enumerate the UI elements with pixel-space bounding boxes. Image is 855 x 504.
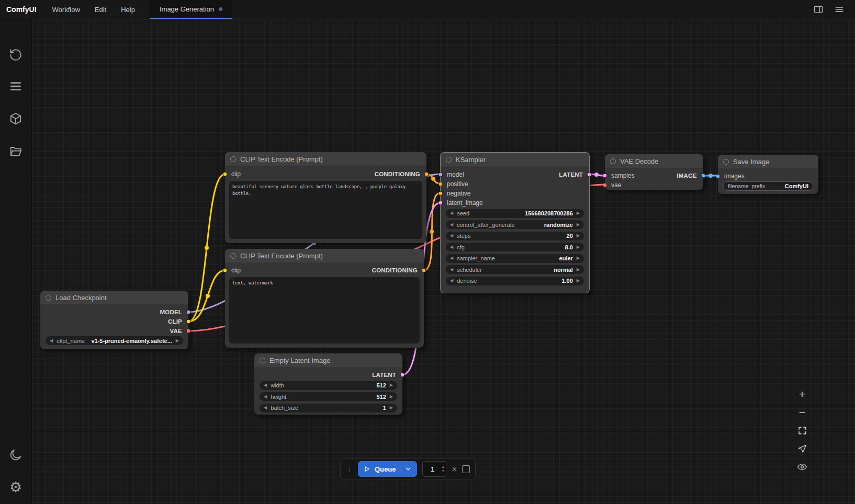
decrement-icon[interactable]: ◀ [264, 406, 267, 410]
input-port-positive[interactable] [438, 182, 443, 187]
decrement-icon[interactable]: ◀ [450, 279, 453, 283]
prompt-textarea[interactable]: beautiful scenery nature glass bottle la… [229, 181, 422, 239]
decrement-icon[interactable]: ◀ [450, 234, 453, 238]
stop-icon[interactable] [462, 465, 470, 473]
node-header[interactable]: Save Image [718, 155, 818, 168]
widget-batch-size[interactable]: ◀ batch_size 1 ▶ [260, 404, 397, 413]
stepper-down-icon[interactable]: ▾ [442, 469, 444, 473]
output-port-model[interactable] [186, 310, 191, 315]
collapse-dot-icon[interactable] [260, 358, 265, 363]
queue-button[interactable]: Queue [358, 461, 417, 477]
decrement-icon[interactable]: ◀ [264, 395, 267, 399]
collapse-dot-icon[interactable] [230, 253, 236, 259]
increment-icon[interactable]: ▶ [390, 395, 393, 399]
panel-toggle-icon[interactable] [813, 4, 824, 15]
decrement-icon[interactable]: ◀ [450, 211, 453, 215]
node-header[interactable]: CLIP Text Encode (Prompt) [225, 152, 426, 166]
clear-queue-icon[interactable]: × [452, 465, 457, 474]
collapse-dot-icon[interactable] [610, 158, 616, 164]
collapse-dot-icon[interactable] [723, 159, 729, 165]
widget-width[interactable]: ◀ width 512 ▶ [260, 381, 397, 390]
node-ksampler[interactable]: KSampler model LATENT positive negative … [440, 152, 590, 293]
menu-edit[interactable]: Edit [87, 0, 114, 19]
input-port-negative[interactable] [438, 191, 443, 196]
widget-seed[interactable]: ◀ seed 156680208700286 ▶ [446, 209, 584, 218]
increment-icon[interactable]: ▶ [577, 279, 580, 283]
widget-ckpt-name[interactable]: ◀ ckpt_name v1-5-pruned-emaonly.safete..… [46, 336, 183, 345]
widget-scheduler[interactable]: ◀ scheduler normal ▶ [446, 265, 584, 274]
widget-cfg[interactable]: ◀ cfg 8.0 ▶ [446, 243, 584, 251]
input-port-images[interactable] [716, 174, 721, 179]
zoom-in-icon[interactable]: + [796, 388, 808, 399]
increment-icon[interactable]: ▶ [577, 268, 580, 272]
history-icon[interactable] [9, 48, 22, 62]
output-port-image[interactable] [701, 174, 706, 178]
hamburger-menu-icon[interactable] [834, 4, 845, 15]
increment-icon[interactable]: ▶ [577, 223, 580, 227]
collapse-dot-icon[interactable] [230, 156, 236, 162]
output-port-vae[interactable] [186, 329, 191, 334]
menu-help[interactable]: Help [114, 0, 142, 19]
node-clip-text-encode-negative[interactable]: CLIP Text Encode (Prompt) clip CONDITION… [225, 249, 424, 348]
decrement-icon[interactable]: ◀ [450, 268, 453, 272]
node-header[interactable]: KSampler [441, 153, 589, 166]
fit-view-icon[interactable] [796, 425, 808, 436]
input-port-latent-image[interactable] [438, 201, 443, 205]
widget-control-after-generate[interactable]: ◀ control_after_generate randomize ▶ [446, 220, 584, 229]
batch-count-stepper[interactable]: 1 ▴ ▾ [422, 461, 446, 477]
decrement-icon[interactable]: ◀ [450, 223, 453, 227]
collapse-dot-icon[interactable] [46, 295, 51, 301]
prompt-textarea[interactable]: text, watermark [229, 277, 420, 343]
decrement-icon[interactable]: ◀ [264, 383, 267, 387]
queue-icon[interactable] [9, 79, 22, 93]
drag-handle-icon[interactable]: ⋮ [346, 466, 353, 473]
node-header[interactable]: Empty Latent Image [254, 353, 402, 367]
model-library-icon[interactable] [9, 112, 22, 125]
input-port-clip[interactable] [223, 268, 228, 273]
increment-icon[interactable]: ▶ [577, 234, 580, 238]
select-mode-icon[interactable] [796, 443, 808, 454]
widget-height[interactable]: ◀ height 512 ▶ [260, 392, 397, 401]
workflows-icon[interactable] [9, 144, 22, 158]
zoom-out-icon[interactable]: − [796, 406, 808, 418]
node-empty-latent-image[interactable]: Empty Latent Image LATENT ◀ width 512 ▶ … [254, 353, 402, 415]
node-header[interactable]: VAE Decode [605, 154, 703, 168]
node-load-checkpoint[interactable]: Load Checkpoint MODEL CLIP VAE ◀ ckpt_na… [40, 291, 188, 349]
increment-icon[interactable]: ▶ [176, 339, 179, 343]
theme-icon[interactable] [9, 448, 22, 462]
output-port-conditioning[interactable] [422, 268, 426, 273]
output-port-latent[interactable] [400, 373, 405, 377]
widget-label: steps [457, 233, 470, 239]
decrement-icon[interactable]: ◀ [50, 339, 53, 343]
input-port-vae[interactable] [603, 183, 608, 188]
node-clip-text-encode-positive[interactable]: CLIP Text Encode (Prompt) clip CONDITION… [225, 152, 426, 243]
menu-workflow[interactable]: Workflow [45, 0, 87, 19]
increment-icon[interactable]: ▶ [577, 245, 580, 249]
node-save-image[interactable]: Save Image images filename_prefix ComfyU… [718, 155, 818, 194]
increment-icon[interactable]: ▶ [390, 383, 393, 387]
input-port-samples[interactable] [603, 174, 608, 178]
chevron-down-icon[interactable] [404, 465, 412, 473]
output-port-clip[interactable] [186, 319, 191, 324]
decrement-icon[interactable]: ◀ [450, 256, 453, 260]
tab-image-generation[interactable]: Image Generation [150, 0, 232, 19]
toggle-visibility-icon[interactable] [796, 461, 808, 473]
increment-icon[interactable]: ▶ [577, 211, 580, 215]
output-port-conditioning[interactable] [424, 172, 429, 177]
widget-filename-prefix[interactable]: filename_prefix ComfyUI [723, 181, 813, 191]
collapse-dot-icon[interactable] [446, 157, 452, 163]
settings-icon[interactable]: ⚙ [9, 480, 22, 494]
node-header[interactable]: CLIP Text Encode (Prompt) [225, 249, 424, 262]
node-header[interactable]: Load Checkpoint [40, 291, 188, 304]
widget-steps[interactable]: ◀ steps 20 ▶ [446, 232, 584, 240]
input-port-model[interactable] [438, 173, 443, 177]
output-port-latent[interactable] [587, 173, 592, 177]
widget-sampler-name[interactable]: ◀ sampler_name euler ▶ [446, 254, 584, 263]
decrement-icon[interactable]: ◀ [450, 245, 453, 249]
stepper-up-icon[interactable]: ▴ [442, 465, 444, 469]
widget-denoise[interactable]: ◀ denoise 1.00 ▶ [446, 277, 584, 285]
node-vae-decode[interactable]: VAE Decode samples IMAGE vae [605, 154, 703, 190]
input-port-clip[interactable] [223, 172, 228, 177]
increment-icon[interactable]: ▶ [390, 406, 393, 410]
increment-icon[interactable]: ▶ [577, 256, 580, 260]
